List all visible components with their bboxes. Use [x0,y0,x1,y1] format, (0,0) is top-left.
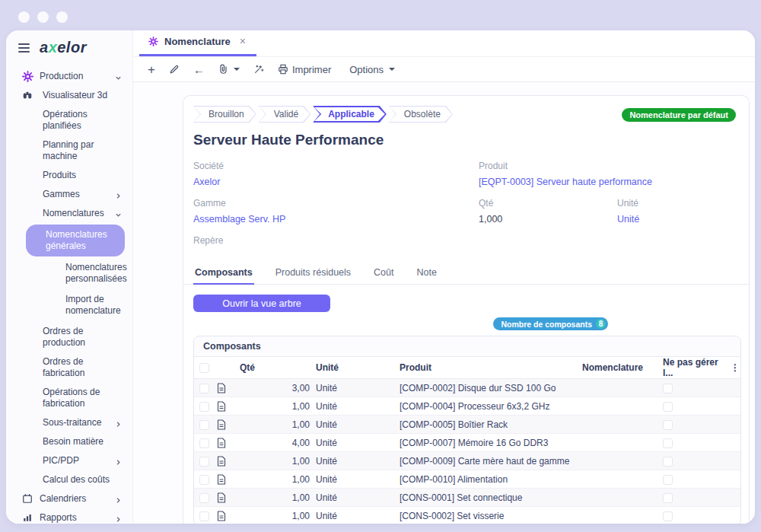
row-checkbox[interactable] [199,511,209,521]
sidebar-item-production[interactable]: Production [6,67,132,86]
document-icon [217,383,226,393]
table-row[interactable]: 1,00 Unité [CONS-0002] Set visserie [194,507,741,524]
table-header-row: Qté Unité Produit Nomenclature Ne pas gé… [194,357,741,379]
options-button[interactable]: Options [344,61,400,78]
sidebar-item-calcul-des-couts[interactable]: Calcul des coûts [6,470,132,489]
table-row[interactable]: 3,00 Unité [COMP-0002] Disque dur SSD 10… [194,379,741,397]
table-row[interactable]: 1,00 Unité [COMP-0009] Carte mère haut d… [194,452,741,470]
mass-update-button[interactable] [248,61,269,78]
ne-pas-gerer-checkbox[interactable] [663,475,673,485]
field-label: Produit [479,161,737,171]
hamburger-menu-icon[interactable] [18,43,30,53]
back-button[interactable]: ← [188,61,210,78]
row-checkbox[interactable] [199,438,209,448]
record-card: Brouillon Validé Applicable Obsolète Nom… [183,95,750,524]
gamme-link[interactable]: Assemblage Serv. HP [193,214,479,225]
sidebar-item-nomenclatures[interactable]: Nomenclatures [6,204,132,223]
sidebar-item-planning-par-machine[interactable]: Planning par machine [6,135,132,166]
sidebar-item-pic-pdp[interactable]: PIC/PDP [6,451,132,470]
gear-icon [148,37,158,46]
qte-value: 1,000 [479,214,617,225]
chevron-right-icon [115,495,122,507]
select-all-checkbox[interactable] [199,363,209,373]
ne-pas-gerer-checkbox[interactable] [663,402,673,412]
ne-pas-gerer-checkbox[interactable] [663,457,673,467]
sidebar-item-calendriers[interactable]: Calendriers [6,489,132,508]
components-count-badge[interactable]: Nombre de composants 8 [493,317,608,330]
field-label: Qté [479,198,617,209]
repere-value [193,251,479,263]
sidebar-item-ordres-de-fabrication[interactable]: Ordres de fabrication [6,352,132,383]
sidebar-item-visualisateur-3d[interactable]: Visualisateur 3d [6,86,132,105]
sidebar-item-produits[interactable]: Produits [6,166,132,185]
tab-title: Nomenclature [164,36,231,47]
ne-pas-gerer-checkbox[interactable] [663,384,673,393]
column-header-qte[interactable]: Qté [237,357,313,379]
produit-link[interactable]: [EQPT-0003] Serveur haute performance [479,177,737,188]
bar-chart-icon [21,511,33,524]
column-header-nomenclature[interactable]: Nomenclature [579,357,660,379]
row-checkbox[interactable] [199,402,209,412]
row-checkbox[interactable] [199,420,209,430]
edit-button[interactable] [164,61,185,78]
tab-nomenclature[interactable]: Nomenclature × [139,35,256,56]
ne-pas-gerer-checkbox[interactable] [663,420,673,430]
window-maximize-button[interactable] [56,11,68,23]
plus-icon: + [148,63,155,76]
column-header-unite[interactable]: Unité [313,357,396,379]
components-table-panel: Composants Qté Unité [193,336,741,524]
attachment-button[interactable] [213,61,245,78]
toolbar: + ← Imprimer Options [133,57,755,82]
unite-link[interactable]: Unité [617,214,639,225]
sidebar-item-nomenclatures-personnalisees[interactable]: Nomenclatures personnalisées [26,258,125,288]
sidebar-item-rapports[interactable]: Rapports [6,508,132,524]
field-repere: Repère [193,235,479,263]
gear-icon [21,70,33,82]
column-header-produit[interactable]: Produit [396,357,579,379]
components-panel-area: Ouvrir la vue arbre Nombre de composants… [183,285,749,524]
close-tab-icon[interactable]: × [240,35,246,47]
row-checkbox[interactable] [199,457,209,467]
chevron-right-icon [115,191,122,202]
record-header: Brouillon Validé Applicable Obsolète Nom… [183,96,749,266]
row-checkbox[interactable] [199,493,209,503]
ne-pas-gerer-checkbox[interactable] [663,493,673,503]
chevron-down-icon [115,73,122,84]
sidebar-item-ordres-de-production[interactable]: Ordres de production [6,322,132,352]
table-row[interactable]: 1,00 Unité [COMP-0005] Boîtier Rack [194,416,741,434]
sidebar-item-nomenclatures-generales[interactable]: Nomenclatures générales [26,225,125,256]
back-arrow-icon: ← [193,64,205,75]
count-badge-row: Nombre de composants 8 [193,317,741,330]
print-button[interactable]: Imprimer [272,61,336,78]
table-row[interactable]: 1,00 Unité [CONS-0001] Set connectique [194,489,741,507]
sidebar-item-operations-planifiees[interactable]: Opérations planifiées [6,105,132,135]
ne-pas-gerer-checkbox[interactable] [663,511,673,521]
field-label: Unité [617,198,639,209]
document-icon [217,492,226,503]
pencil-icon [169,64,180,75]
open-tree-view-button[interactable]: Ouvrir la vue arbre [193,295,330,312]
document-icon [217,438,226,448]
document-icon [217,401,226,412]
sidebar-item-import-de-nomenclature[interactable]: Import de nomenclature [26,290,125,320]
sidebar-item-operations-de-fabrication[interactable]: Opérations de fabrication [6,383,132,413]
ne-pas-gerer-checkbox[interactable] [663,438,673,448]
sidebar-item-gammes[interactable]: Gammes [6,185,132,204]
content-area: Nomenclature × + ← Imprimer Optio [133,30,755,524]
status-step-valide: Validé [259,106,310,123]
table-row[interactable]: 4,00 Unité [COMP-0007] Mémoire 16 Go DDR… [194,434,741,452]
column-menu-icon[interactable]: ⋮ [728,357,741,379]
societe-link[interactable]: Axelor [193,177,479,188]
row-checkbox[interactable] [199,475,209,485]
column-header-ne-pas-gerer[interactable]: Ne pas gérer l... [660,357,728,379]
window-controls [18,11,68,23]
new-record-button[interactable]: + [142,60,161,79]
table-row[interactable]: 1,00 Unité [COMP-0004] Processeur 6x3,2 … [194,397,741,416]
sidebar-item-besoin-matiere[interactable]: Besoin matière [6,432,132,451]
window-close-button[interactable] [18,11,30,23]
table-row[interactable]: 1,00 Unité [COMP-0010] Alimentation [194,470,741,489]
window-minimize-button[interactable] [37,11,49,23]
row-checkbox[interactable] [199,384,209,393]
sidebar-item-sous-traitance[interactable]: Sous-traitance [6,413,132,432]
binoculars-icon [21,89,33,101]
